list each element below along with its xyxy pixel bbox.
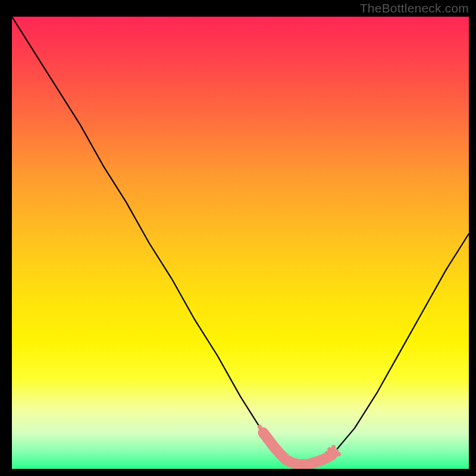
optimal-range-marker [12, 17, 469, 469]
chart-container: TheBottleneck.com [0, 0, 476, 476]
svg-line-4 [327, 453, 332, 455]
plot-area [12, 17, 469, 469]
watermark-text: TheBottleneck.com [360, 1, 469, 15]
